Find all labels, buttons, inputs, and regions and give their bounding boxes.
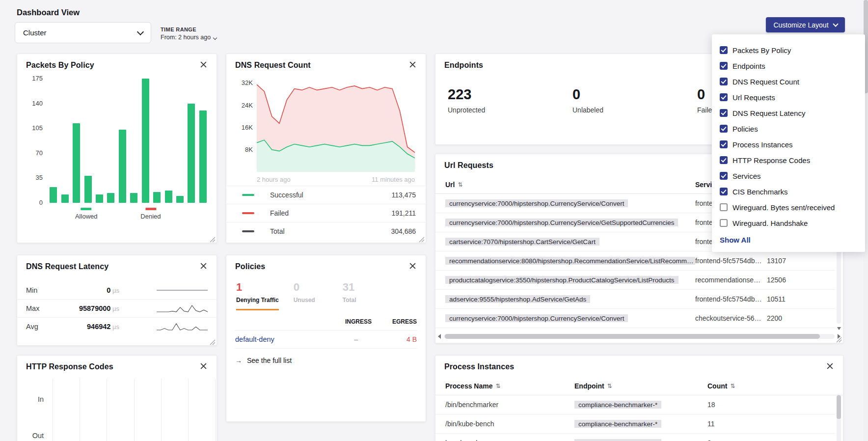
checkbox-checked-icon[interactable]: [720, 109, 728, 117]
url-cell: currencyservice:7000/hipstershop.Currenc…: [445, 314, 695, 322]
menu-item-label: Url Requests: [732, 93, 775, 102]
process-name-cell: benchmarker: [445, 439, 574, 441]
close-icon[interactable]: [200, 61, 209, 70]
card-title: HTTP Response Codes: [26, 362, 113, 371]
customize-menu-item[interactable]: Process Instances: [712, 137, 865, 152]
checkbox-checked-icon[interactable]: [720, 78, 728, 85]
table-row[interactable]: benchmarkercompliance-benchmarker-*9: [435, 434, 835, 441]
column-header-url[interactable]: Url ⇅: [445, 181, 463, 189]
checkbox-checked-icon[interactable]: [720, 62, 728, 70]
close-icon[interactable]: [200, 262, 209, 271]
y-tick-label: 32K: [233, 79, 253, 87]
checkbox-checked-icon[interactable]: [720, 140, 728, 148]
scrollbar-thumb[interactable]: [445, 334, 820, 339]
scrollbar-track[interactable]: [444, 334, 835, 339]
arrow-right-icon: →: [235, 357, 242, 364]
customize-menu-item[interactable]: Services: [712, 168, 865, 184]
column-header-process-name[interactable]: Process Name ⇅: [445, 382, 501, 390]
tab-value: 1: [236, 281, 279, 294]
y-tick-label: 24K: [233, 102, 253, 110]
column-header-ingress[interactable]: INGRESS: [321, 318, 372, 325]
card-title: Policies: [235, 262, 265, 271]
customize-menu-item[interactable]: Policies: [712, 121, 865, 137]
checkbox-checked-icon[interactable]: [720, 156, 728, 164]
packets-plot: [48, 79, 209, 203]
customize-menu-item[interactable]: HTTP Response Codes: [712, 152, 865, 168]
y-tick-label: 35: [25, 174, 43, 182]
resize-handle-icon[interactable]: [210, 338, 216, 344]
bar: [61, 194, 69, 203]
time-range-value[interactable]: From: 2 hours ago: [161, 34, 217, 41]
policies-tab-denying-traffic[interactable]: 1Denying Traffic: [236, 281, 279, 310]
show-all-link[interactable]: Show All: [712, 231, 865, 244]
checkbox-checked-icon[interactable]: [720, 93, 728, 101]
policies-tab-total[interactable]: 31Total: [343, 281, 377, 310]
customize-menu-item[interactable]: Endpoints: [712, 58, 865, 74]
scroll-down-arrow-icon[interactable]: [837, 327, 841, 330]
customize-menu-item[interactable]: Packets By Policy: [712, 42, 865, 58]
policies-table-header: INGRESS EGRESS: [235, 318, 417, 325]
customize-menu-item[interactable]: CIS Benchmarks: [712, 184, 865, 199]
axis-group-allowed: Allowed: [75, 208, 98, 220]
table-row[interactable]: /bin/kube-benchcompliance-benchmarker-*1…: [435, 414, 835, 434]
policies-card: Policies 1Denying Traffic0Unused31Total …: [226, 255, 426, 422]
checkbox-checked-icon[interactable]: [720, 46, 728, 54]
vertical-scrollbar[interactable]: [837, 395, 841, 441]
customize-menu-item[interactable]: DNS Request Latency: [712, 105, 865, 121]
view-select[interactable]: Cluster: [15, 22, 151, 43]
policies-tab-unused[interactable]: 0Unused: [294, 281, 328, 310]
scroll-left-arrow-icon[interactable]: [438, 334, 441, 339]
column-header-egress[interactable]: EGRESS: [372, 318, 417, 325]
checkbox-checked-icon[interactable]: [720, 172, 728, 180]
customize-menu-item[interactable]: Wireguard. Handshake: [712, 215, 865, 231]
latency-row: Max95879000 µs: [17, 299, 217, 317]
y-tick-label: 175: [25, 75, 43, 83]
legend-name: Total: [270, 227, 285, 235]
legend-dash-icon: [242, 212, 254, 215]
table-row[interactable]: currencyservice:7000/hipstershop.Currenc…: [435, 309, 835, 328]
customize-menu-item[interactable]: Wireguard. Bytes sent/received: [712, 199, 865, 215]
bar: [165, 191, 172, 203]
table-row[interactable]: productcatalogservice:3550/hipstershop.P…: [435, 271, 835, 290]
table-row[interactable]: adservice:9555/hipstershop.AdService/Get…: [435, 290, 835, 309]
bar: [142, 79, 149, 203]
legend-value: 304,686: [391, 227, 416, 235]
grid-column: [107, 379, 134, 441]
card-title: DNS Request Latency: [26, 262, 108, 271]
count-cell: 13107: [767, 257, 811, 265]
table-row[interactable]: recommendationservice:8080/hipstershop.R…: [435, 251, 835, 271]
checkbox-checked-icon[interactable]: [720, 188, 728, 195]
close-icon[interactable]: [826, 362, 835, 371]
customize-menu-item[interactable]: DNS Request Count: [712, 74, 865, 89]
latency-value-wrap: 95879000 µs: [61, 304, 119, 313]
checkbox-unchecked-icon[interactable]: [720, 203, 728, 211]
see-full-list-link[interactable]: → See the full list: [235, 357, 292, 364]
column-label: Process Name: [445, 382, 493, 390]
customize-menu-item[interactable]: Url Requests: [712, 89, 865, 105]
process-instances-card: Process Instances Process Name ⇅ Endpoin…: [435, 355, 843, 441]
policy-ingress-value: –: [321, 335, 372, 343]
scrollbar-thumb[interactable]: [837, 395, 841, 419]
column-header-endpoint[interactable]: Endpoint ⇅: [574, 382, 612, 390]
menu-item-label: Packets By Policy: [732, 46, 791, 55]
resize-handle-icon[interactable]: [419, 236, 425, 242]
column-header-count[interactable]: Count ⇅: [707, 382, 735, 390]
checkbox-checked-icon[interactable]: [720, 125, 728, 133]
tab-value: 0: [294, 281, 328, 294]
endpoint-cell: compliance-benchmarker-*: [574, 401, 707, 409]
resize-handle-icon[interactable]: [836, 336, 842, 342]
policy-name-link[interactable]: default-deny: [235, 335, 321, 343]
close-icon[interactable]: [409, 262, 418, 271]
latency-label: Avg: [26, 323, 61, 331]
latency-row: Min0 µs: [17, 281, 217, 299]
horizontal-scrollbar[interactable]: [438, 333, 841, 339]
resize-handle-icon[interactable]: [210, 236, 216, 242]
legend-name: Successful: [270, 191, 303, 199]
row-label: In: [38, 395, 44, 403]
table-row[interactable]: /bin/benchmarkercompliance-benchmarker-*…: [435, 395, 835, 414]
close-icon[interactable]: [200, 362, 209, 371]
customize-layout-button[interactable]: Customize Layout: [766, 17, 845, 32]
policy-row[interactable]: default-deny–4 B: [235, 330, 417, 349]
close-icon[interactable]: [409, 61, 418, 70]
checkbox-unchecked-icon[interactable]: [720, 219, 728, 227]
